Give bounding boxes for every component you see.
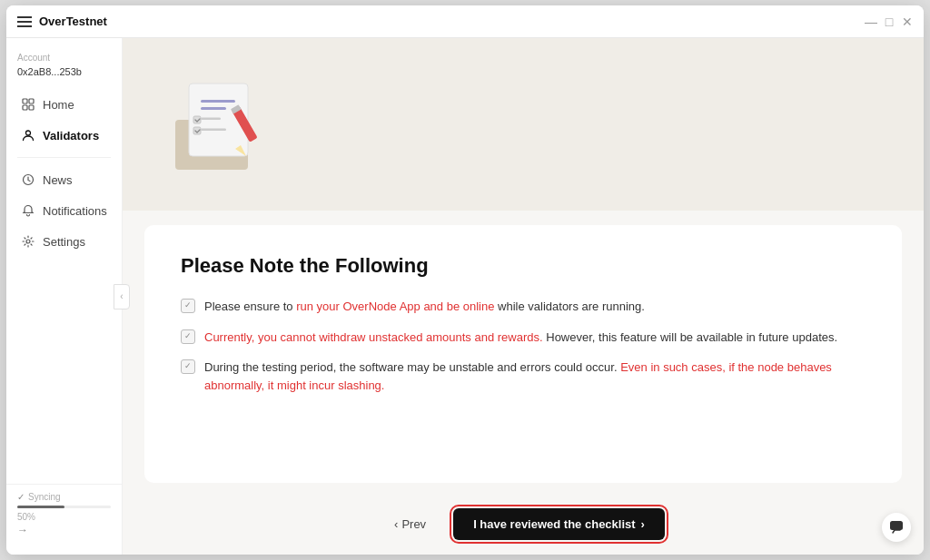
reviewed-checklist-button[interactable]: I have reviewed the checklist › xyxy=(453,508,665,540)
titlebar-controls: — □ ✕ xyxy=(866,16,913,27)
checklist-btn-label: I have reviewed the checklist xyxy=(473,517,635,531)
check-icon-2: ✓ xyxy=(181,329,195,344)
checklist-item-2: ✓ Currently, you cannot withdraw unstack… xyxy=(181,329,866,347)
validators-icon xyxy=(21,128,35,142)
card-title: Please Note the Following xyxy=(181,254,866,278)
svg-rect-12 xyxy=(201,118,221,121)
sidebar-item-home[interactable]: Home xyxy=(12,90,116,119)
svg-point-4 xyxy=(26,131,31,135)
settings-icon xyxy=(21,234,35,249)
news-icon xyxy=(21,172,35,187)
sync-progress-fill xyxy=(17,506,64,508)
app-title: OverTestnet xyxy=(39,15,107,28)
maximize-button[interactable]: □ xyxy=(884,16,895,27)
account-address: 0x2aB8...253b xyxy=(17,66,82,77)
sidebar-item-news-label: News xyxy=(43,173,73,187)
checklist-item-3: ✓ During the testing period, the softwar… xyxy=(181,359,866,394)
nav-divider xyxy=(17,157,111,158)
notifications-icon xyxy=(21,203,35,218)
sidebar-item-home-label: Home xyxy=(43,98,74,112)
close-button[interactable]: ✕ xyxy=(902,16,913,27)
hamburger-icon[interactable] xyxy=(17,16,32,27)
check-icon-1: ✓ xyxy=(181,299,195,313)
svg-rect-14 xyxy=(201,129,226,132)
checklist-item-3-text: During the testing period, the software … xyxy=(204,359,866,394)
app-window: OverTestnet — □ ✕ Account 0x2aB8...253b xyxy=(6,5,924,555)
prev-label: Prev xyxy=(401,517,426,531)
collapse-sidebar-button[interactable]: ‹ xyxy=(114,284,130,309)
checklist-items: ✓ Please ensure to run your OverNode App… xyxy=(181,298,866,394)
nav-primary: Home Validators xyxy=(6,90,122,150)
check-icon-3: ✓ xyxy=(181,359,195,374)
svg-rect-1 xyxy=(29,99,34,103)
syncing-label-text: Syncing xyxy=(28,492,61,502)
checklist-item-1-text: Please ensure to run your OverNode App a… xyxy=(204,298,645,316)
sidebar-item-settings-label: Settings xyxy=(43,235,85,249)
sidebar-item-settings[interactable]: Settings xyxy=(12,227,116,256)
chat-icon xyxy=(889,520,904,535)
sidebar-item-news[interactable]: News xyxy=(12,165,116,194)
checklist-item-1-red: run your OverNode App and be online xyxy=(296,300,494,313)
checklist-item-3-red: Even in such cases, if the node behaves … xyxy=(204,360,832,392)
next-chevron-icon: › xyxy=(641,517,645,531)
svg-point-6 xyxy=(26,240,30,243)
footer-actions: ‹ Prev I have reviewed the checklist › xyxy=(123,497,924,555)
checklist-illustration xyxy=(166,65,266,183)
sync-percentage: 50% xyxy=(17,512,111,522)
sidebar-item-notifications[interactable]: Notifications xyxy=(12,196,116,225)
illustration-area xyxy=(123,38,924,211)
svg-rect-0 xyxy=(23,99,27,103)
sidebar-item-validators-label: Validators xyxy=(43,129,99,142)
account-label: Account xyxy=(17,53,111,63)
prev-button[interactable]: ‹ Prev xyxy=(381,510,439,538)
chat-bubble-button[interactable] xyxy=(882,513,911,542)
nav-secondary: News Notifications xyxy=(6,165,122,256)
svg-rect-3 xyxy=(29,105,34,110)
home-icon xyxy=(21,97,35,112)
window-body: Account 0x2aB8...253b Home xyxy=(6,38,924,555)
checklist-item-1: ✓ Please ensure to run your OverNode App… xyxy=(181,298,866,316)
sync-progress-bar xyxy=(17,506,111,508)
prev-chevron: ‹ xyxy=(394,517,398,531)
content-card: Please Note the Following ✓ Please ensur… xyxy=(144,225,902,483)
checklist-item-2-text: Currently, you cannot withdraw unstacked… xyxy=(204,329,837,347)
main-content: Please Note the Following ✓ Please ensur… xyxy=(123,38,924,555)
titlebar-left: OverTestnet xyxy=(17,15,866,28)
minimize-button[interactable]: — xyxy=(866,16,876,27)
sidebar-item-notifications-label: Notifications xyxy=(43,204,107,218)
svg-rect-10 xyxy=(201,107,226,110)
svg-rect-9 xyxy=(201,100,235,103)
sidebar-bottom: ✓ Syncing 50% → xyxy=(6,484,122,544)
syncing-check-icon: ✓ xyxy=(17,492,25,502)
svg-rect-2 xyxy=(23,105,27,110)
sync-arrow: → xyxy=(17,524,111,536)
checklist-item-2-red: Currently, you cannot withdraw unstacked… xyxy=(204,330,543,344)
svg-rect-18 xyxy=(890,521,903,530)
titlebar: OverTestnet — □ ✕ xyxy=(6,5,924,38)
sidebar-item-validators[interactable]: Validators xyxy=(12,121,116,150)
sidebar: Account 0x2aB8...253b Home xyxy=(6,38,123,555)
syncing-status: ✓ Syncing xyxy=(17,492,111,502)
account-section: Account 0x2aB8...253b xyxy=(6,49,122,90)
